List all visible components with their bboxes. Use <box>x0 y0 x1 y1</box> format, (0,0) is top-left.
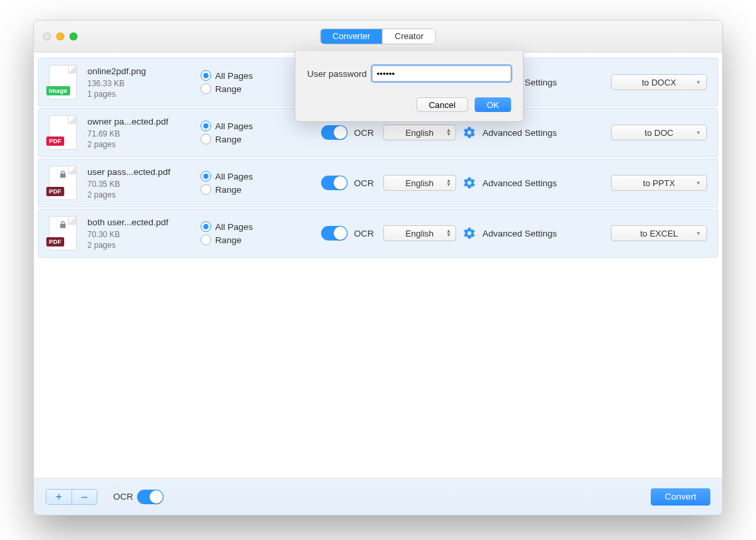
gear-icon[interactable] <box>463 126 476 139</box>
file-type-badge: Image <box>46 86 70 95</box>
file-size: 71.69 KB <box>87 129 190 138</box>
advanced-settings-label[interactable]: Advanced Settings <box>483 229 557 239</box>
file-pages: 1 pages <box>87 89 190 99</box>
file-meta: online2pdf.png136.33 KB1 pages <box>87 66 190 99</box>
file-type-badge: PDF <box>46 136 64 146</box>
radio-range[interactable]: Range <box>201 83 267 94</box>
tab-creator[interactable]: Creator <box>382 29 435 44</box>
ocr-label: OCR <box>354 229 374 239</box>
file-size: 70.35 KB <box>87 180 190 189</box>
lock-icon <box>58 170 68 179</box>
password-label: User password <box>307 69 367 79</box>
page-range-group: All PagesRange <box>201 68 267 97</box>
file-meta: user pass...ected.pdf70.35 KB2 pages <box>87 167 190 199</box>
password-dialog: User password Cancel OK <box>295 51 524 122</box>
advanced-settings-label[interactable]: Advanced Settings <box>483 178 557 188</box>
ocr-toggle[interactable] <box>321 176 348 190</box>
ocr-label: OCR <box>354 178 374 188</box>
file-thumbnail: Image <box>49 65 77 99</box>
lock-icon <box>58 220 68 229</box>
footer-ocr-group: OCR <box>113 490 164 504</box>
tab-converter[interactable]: Converter <box>320 29 382 44</box>
options-group: OCREnglish▲▼Advanced Settings <box>277 175 600 191</box>
output-format-select[interactable]: to PPTX▼ <box>611 175 707 191</box>
language-select[interactable]: English▲▼ <box>383 225 456 241</box>
radio-range[interactable]: Range <box>201 134 267 144</box>
app-window: Converter Creator Imageonline2pdf.png136… <box>33 20 723 515</box>
footer-ocr-toggle[interactable] <box>137 490 164 504</box>
ocr-toggle[interactable] <box>321 125 348 140</box>
page-range-group: All PagesRange <box>201 219 267 248</box>
language-select[interactable]: English▲▼ <box>383 125 456 140</box>
language-select[interactable]: English▲▼ <box>383 175 456 191</box>
gear-icon[interactable] <box>463 227 476 240</box>
file-type-badge: PDF <box>46 187 64 196</box>
footer-ocr-label: OCR <box>113 492 133 502</box>
gear-icon[interactable] <box>463 176 476 189</box>
advanced-settings-label[interactable]: Advanced Settings <box>483 128 557 138</box>
file-thumbnail: PDF <box>49 166 77 200</box>
output-format-select[interactable]: to DOCX▼ <box>611 74 707 90</box>
radio-range[interactable]: Range <box>201 184 267 195</box>
options-group: OCREnglish▲▼Advanced Settings <box>277 125 600 140</box>
file-pages: 2 pages <box>87 190 190 199</box>
file-name: owner pa...ected.pdf <box>87 117 190 127</box>
file-name: both user...ected.pdf <box>87 217 190 227</box>
file-name: online2pdf.png <box>87 66 190 76</box>
titlebar: Converter Creator <box>34 21 722 52</box>
file-row[interactable]: PDFboth user...ected.pdf70.30 KB2 pagesA… <box>38 209 718 258</box>
file-name: user pass...ected.pdf <box>87 167 190 177</box>
minimize-window-button[interactable] <box>56 32 64 40</box>
file-type-badge: PDF <box>46 237 64 246</box>
file-thumbnail: PDF <box>49 115 77 150</box>
add-file-button[interactable]: + <box>46 490 71 504</box>
file-meta: owner pa...ected.pdf71.69 KB2 pages <box>87 117 190 149</box>
file-row[interactable]: PDFuser pass...ected.pdf70.35 KB2 pagesA… <box>38 158 718 207</box>
output-format-select[interactable]: to EXCEL▼ <box>611 225 707 241</box>
output-format-select[interactable]: to DOC▼ <box>611 125 707 140</box>
ocr-label: OCR <box>354 128 374 138</box>
mode-segmented-control: Converter Creator <box>320 28 436 44</box>
radio-range[interactable]: Range <box>201 235 267 245</box>
radio-all-pages[interactable]: All Pages <box>201 171 267 182</box>
ok-button[interactable]: OK <box>475 97 511 112</box>
file-size: 136.33 KB <box>87 79 190 88</box>
ocr-toggle[interactable] <box>321 226 348 241</box>
footer-bar: + – OCR Convert <box>34 478 722 515</box>
radio-all-pages[interactable]: All Pages <box>201 221 267 232</box>
radio-all-pages[interactable]: All Pages <box>201 70 267 81</box>
radio-all-pages[interactable]: All Pages <box>201 121 267 131</box>
add-remove-group: + – <box>46 489 97 505</box>
options-group: OCREnglish▲▼Advanced Settings <box>277 225 600 241</box>
file-meta: both user...ected.pdf70.30 KB2 pages <box>87 217 190 250</box>
page-range-group: All PagesRange <box>201 168 267 197</box>
convert-button[interactable]: Convert <box>651 488 710 506</box>
page-range-group: All PagesRange <box>201 118 267 147</box>
file-thumbnail: PDF <box>49 216 77 250</box>
cancel-button[interactable]: Cancel <box>416 97 468 112</box>
file-size: 70.30 KB <box>87 230 190 239</box>
file-pages: 2 pages <box>87 241 190 250</box>
password-input[interactable] <box>372 66 511 81</box>
window-controls <box>43 32 77 40</box>
remove-file-button[interactable]: – <box>71 490 97 504</box>
close-window-button[interactable] <box>43 32 51 40</box>
zoom-window-button[interactable] <box>70 32 77 40</box>
file-pages: 2 pages <box>87 140 190 149</box>
